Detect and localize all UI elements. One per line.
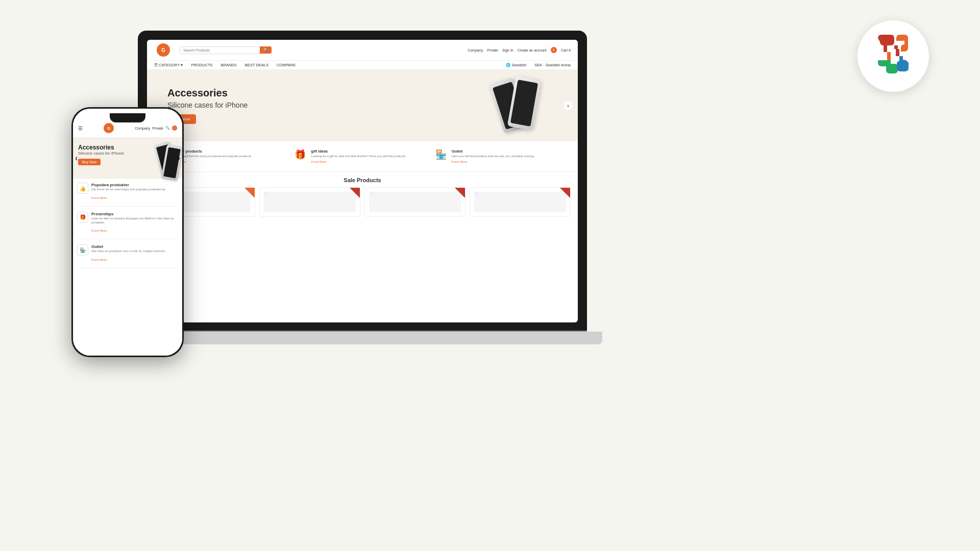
nav-item-compare[interactable]: COMPARE [277,63,296,67]
wishlist-icon-4[interactable]: ♡ [474,191,479,196]
mobile-private-link[interactable]: Private [152,127,163,130]
macbook-device: G 🔍 Company Private Sign In Create an ac… [138,31,607,398]
hero-next-button[interactable]: › [564,101,573,110]
mobile-hero-phones [158,140,178,181]
nav-item-category[interactable]: ☰ CATEGORY ▾ [154,63,183,67]
mobile-section-presenttips: 🎁 Presenttips Letar du efter en present … [77,212,178,240]
mobile-outlet-text: Outlet Här hittar du produkter som vi re… [91,244,166,263]
chevron-down-icon: ▾ [181,63,183,67]
sale-products-grid: ♡ ♡ ♡ [154,187,571,217]
gift-ideas-title: gift ideas [311,149,406,154]
nav-item-brands[interactable]: BRANDS [221,63,237,67]
iphone-body: ☰ G Company Private 🔍 1 ‹ Accessories Si… [71,107,184,357]
site-header: G 🔍 Company Private Sign In Create an ac… [147,40,578,61]
mobile-popular-icon: 👍 [77,183,88,194]
globe-icon: 🌐 [506,63,510,67]
currency-selector[interactable]: SEK - Swedish krona [534,63,571,67]
iphone-device: ☰ G Company Private 🔍 1 ‹ Accessories Si… [71,107,199,372]
gift-ideas-icon: 🎁 [295,149,308,162]
joomla-center-2 [894,45,899,56]
site-nav: ☰ CATEGORY ▾ PRODUCTS BRANDS BEST DEALS … [147,61,578,70]
gift-ideas-desc: Looking for a gift for dad and little br… [311,155,406,159]
cart-badge: 8 [551,47,557,53]
sale-badge-3 [455,188,465,198]
product-image-3 [369,192,461,212]
private-link[interactable]: Private [487,48,498,52]
mobile-presenttips-link[interactable]: Know More [91,229,107,232]
mobile-popular-desc: Här finner du de mest köpta och populära… [91,188,166,192]
hero-image [496,75,547,136]
mobile-outlet-link[interactable]: Know More [91,258,107,261]
language-selector[interactable]: 🌐 Swedish [506,63,526,67]
hero-title: Accessories [167,87,248,99]
mobile-section-outlet: 🏪 Outlet Här hittar du produkter som vi … [77,244,178,268]
cart-label[interactable]: Cart 8 [561,48,571,52]
joomla-blue-piece [897,56,909,71]
outlet-icon: 🏪 [435,149,449,162]
features-row: 👍 popular products Here you will find th… [147,141,578,172]
iphone-notch [110,113,145,122]
mobile-popular-link[interactable]: Know More [91,196,107,199]
feature-gift-ideas: 🎁 gift ideas Looking for a gift for dad … [295,149,430,164]
company-link[interactable]: Company [468,48,483,52]
mobile-outlet-desc: Här hittar du produkter som vi rear ut, … [91,249,166,254]
sale-section: Sale Products ♡ ♡ ♡ [147,172,578,222]
mobile-company-link[interactable]: Company [135,127,150,130]
sale-product-3: ♡ [364,187,465,217]
mobile-cart-badge: 1 [172,126,177,131]
joomla-logo [857,20,929,92]
wishlist-icon-3[interactable]: ♡ [369,191,374,196]
outlet-link[interactable]: Know More [452,160,467,163]
search-button[interactable]: 🔍 [260,46,272,54]
category-icon: ☰ [154,63,158,67]
mobile-outlet-icon: 🏪 [77,244,88,256]
feature-outlet: 🏪 Outlet Here you will find products tha… [435,149,571,164]
mobile-section-popular: 👍 Populära produkter Här finner du de me… [77,183,178,207]
signin-link[interactable]: Sign In [502,48,513,52]
mobile-hero-cta[interactable]: Buy Now [78,159,101,165]
outlet-title: Outlet [452,149,535,154]
mobile-outlet-title: Outlet [91,244,166,249]
mobile-presenttips-text: Presenttips Letar du efter en present ti… [91,212,178,234]
site-logo: G [154,43,173,57]
search-container: 🔍 [180,46,272,54]
mobile-presenttips-icon: 🎁 [77,212,88,223]
sale-product-2: ♡ [259,187,360,217]
joomla-center-1 [887,52,891,60]
hero-section: Accessories Silicone cases for iPhone Bu… [147,70,578,141]
header-nav-right: Company Private Sign In Create an accoun… [468,47,571,53]
mobile-prev-arrow[interactable]: ‹ [75,154,78,163]
mobile-next-arrow[interactable]: › [178,154,180,163]
mobile-website: ☰ G Company Private 🔍 1 ‹ Accessories Si… [73,109,182,356]
search-input[interactable] [180,46,262,54]
iphone-screen: ☰ G Company Private 🔍 1 ‹ Accessories Si… [73,109,182,356]
website-content: G 🔍 Company Private Sign In Create an ac… [147,40,578,322]
product-image-4 [474,192,566,212]
gift-ideas-link[interactable]: Know More [311,160,326,163]
joomla-svg-icon [868,31,919,82]
mobile-hero: ‹ Accessories Silicone cases for iPhone … [73,138,182,179]
mobile-presenttips-desc: Letar du efter en present till pappa och… [91,217,178,225]
outlet-text: Outlet Here you will find products that … [452,149,535,164]
wishlist-icon-2[interactable]: ♡ [264,191,268,196]
nav-item-best-deals[interactable]: BEST DEALS [245,63,268,67]
sale-badge-1 [244,188,255,198]
mobile-search-icon[interactable]: 🔍 [165,126,170,130]
logo-text: G [161,47,165,53]
mobile-menu-icon[interactable]: ☰ [78,126,83,131]
gift-ideas-text: gift ideas Looking for a gift for dad an… [311,149,406,164]
mobile-logo: G [104,123,114,133]
joomla-green-piece [878,60,898,73]
mobile-popular-title: Populära produkter [91,183,166,187]
mobile-presenttips-title: Presenttips [91,212,178,216]
logo-circle: G [157,43,170,57]
mobile-sections: 👍 Populära produkter Här finner du de me… [73,179,182,278]
sale-badge-2 [350,188,360,198]
product-image-2 [264,192,356,212]
mobile-popular-text: Populära produkter Här finner du de mest… [91,183,166,201]
nav-item-products[interactable]: PRODUCTS [191,63,212,67]
macbook-screen: G 🔍 Company Private Sign In Create an ac… [138,31,587,332]
sale-title: Sale Products [154,177,571,183]
joomla-circle [857,20,929,92]
create-account-link[interactable]: Create an account [518,48,547,52]
